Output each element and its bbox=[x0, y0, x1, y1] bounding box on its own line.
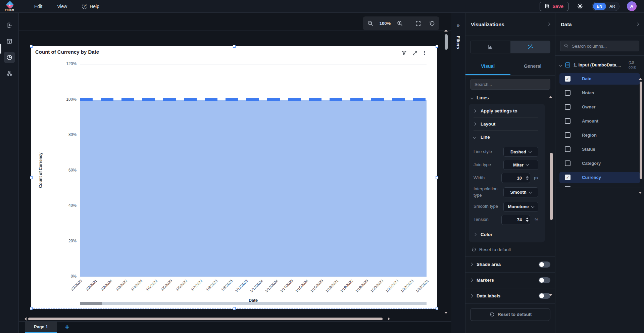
column-item-amount[interactable]: Amount bbox=[559, 115, 640, 127]
tension-stepper[interactable] bbox=[524, 215, 530, 225]
format-mode-button[interactable] bbox=[510, 41, 550, 53]
width-value[interactable] bbox=[502, 176, 524, 181]
section-markers[interactable]: Markers bbox=[465, 272, 555, 288]
resize-handle-w[interactable] bbox=[30, 176, 33, 179]
checkbox[interactable]: ✓ bbox=[565, 76, 571, 82]
reset-to-default-button[interactable]: Reset to default bbox=[470, 308, 550, 321]
search-columns-input[interactable] bbox=[560, 41, 639, 51]
section-lines[interactable]: Lines bbox=[465, 92, 555, 104]
filters-expand-icon[interactable]: » bbox=[457, 22, 459, 28]
resize-handle-se[interactable] bbox=[436, 307, 438, 310]
page-tab-1[interactable]: Page 1 bbox=[25, 322, 57, 333]
canvas-horizontal-scrollbar[interactable] bbox=[19, 317, 451, 321]
tab-general[interactable]: General bbox=[510, 58, 555, 75]
scroll-up-arrow[interactable] bbox=[444, 30, 448, 32]
group-apply-settings-to[interactable]: Apply settings to bbox=[474, 104, 538, 117]
canvas-hscroll-thumb[interactable] bbox=[28, 318, 383, 320]
group-line[interactable]: Line bbox=[474, 131, 538, 144]
width-input[interactable] bbox=[501, 173, 530, 183]
tab-visual[interactable]: Visual bbox=[465, 58, 510, 75]
checkbox[interactable] bbox=[565, 160, 571, 166]
smooth-type-select[interactable]: Monotone bbox=[503, 202, 538, 212]
reset-lines-link[interactable]: Reset to default bbox=[465, 242, 555, 256]
data-scroll-up-arrow[interactable] bbox=[639, 78, 642, 80]
menu-edit[interactable]: Edit bbox=[34, 4, 42, 9]
lang-en-option[interactable]: EN bbox=[593, 3, 606, 10]
data-scroll-down-arrow[interactable] bbox=[639, 192, 642, 194]
resize-handle-ne[interactable] bbox=[436, 45, 438, 48]
column-item-notes[interactable]: Notes bbox=[559, 87, 640, 99]
chart-widget[interactable]: Count of Currency by Date ⋮ bbox=[31, 46, 437, 309]
zoom-out-icon[interactable] bbox=[366, 19, 375, 28]
resize-handle-sw[interactable] bbox=[30, 307, 33, 310]
resize-handle-nw[interactable] bbox=[30, 45, 33, 48]
section-data-labels[interactable]: Data labels bbox=[465, 288, 555, 304]
group-color[interactable]: Color bbox=[474, 228, 538, 241]
interpolation-type-select[interactable]: Smooth bbox=[503, 187, 538, 197]
shade-area-toggle[interactable] bbox=[539, 261, 550, 268]
chart-scrollbar-thumb[interactable] bbox=[80, 302, 102, 305]
viz-scroll-down-arrow[interactable] bbox=[549, 294, 552, 296]
section-shade-area[interactable]: Shade area bbox=[465, 256, 555, 272]
lang-ar-option[interactable]: AR bbox=[606, 3, 618, 10]
widget-more-options-icon[interactable]: ⋮ bbox=[422, 50, 427, 56]
tension-value[interactable] bbox=[502, 217, 524, 222]
resize-handle-e[interactable] bbox=[436, 176, 438, 179]
avatar[interactable]: A bbox=[627, 1, 637, 11]
line-style-select[interactable]: Dashed bbox=[503, 147, 538, 157]
reset-view-icon[interactable] bbox=[427, 19, 436, 28]
resize-handle-s[interactable] bbox=[233, 307, 236, 310]
layout-panel-icon[interactable] bbox=[4, 36, 15, 47]
viz-scrollbar-thumb[interactable] bbox=[550, 153, 553, 220]
widget-expand-icon[interactable] bbox=[411, 50, 418, 56]
tension-input[interactable] bbox=[501, 215, 530, 225]
canvas-vertical-scrollbar[interactable] bbox=[444, 32, 448, 312]
markers-toggle[interactable] bbox=[539, 277, 550, 283]
collapse-data-panel-icon[interactable] bbox=[636, 22, 639, 26]
checkbox[interactable]: ✓ bbox=[565, 175, 571, 180]
app-logo[interactable]: PRISM bbox=[0, 2, 19, 11]
language-toggle[interactable]: EN AR bbox=[592, 2, 620, 11]
scroll-left-arrow[interactable] bbox=[23, 317, 27, 321]
column-item-region[interactable]: Region bbox=[559, 130, 640, 141]
column-item-currency[interactable]: ✓Currency bbox=[559, 172, 640, 183]
data-scrollbar-thumb[interactable] bbox=[640, 82, 642, 179]
scroll-down-arrow[interactable] bbox=[444, 312, 448, 314]
viz-scroll-up-arrow[interactable] bbox=[549, 96, 552, 98]
menu-help[interactable]: ? Help bbox=[82, 4, 99, 9]
menu-view[interactable]: View bbox=[57, 4, 67, 9]
data-source-row[interactable]: 1. Input (DumboData.... (10 cols) bbox=[555, 56, 644, 73]
scroll-right-arrow[interactable] bbox=[388, 317, 392, 321]
data-labels-toggle[interactable] bbox=[539, 293, 550, 299]
save-button[interactable]: Save bbox=[540, 2, 568, 11]
charts-tool-icon[interactable] bbox=[4, 52, 15, 63]
width-stepper[interactable] bbox=[524, 173, 530, 183]
widget-filter-icon[interactable] bbox=[401, 50, 407, 56]
checkbox[interactable] bbox=[565, 118, 571, 124]
checkbox[interactable] bbox=[565, 90, 571, 96]
exit-editor-icon[interactable] bbox=[4, 19, 15, 31]
checkbox[interactable] bbox=[565, 146, 571, 152]
column-item-category[interactable]: Category bbox=[559, 158, 640, 169]
group-layout[interactable]: Layout bbox=[474, 117, 538, 131]
canvas-vscroll-thumb[interactable] bbox=[445, 34, 448, 50]
resize-handle-n[interactable] bbox=[233, 45, 236, 48]
canvas-content[interactable]: 100% bbox=[19, 13, 451, 317]
column-item-date[interactable]: ✓Date bbox=[559, 73, 640, 85]
theme-toggle-sun-icon[interactable] bbox=[576, 2, 585, 11]
source-expand-icon[interactable] bbox=[559, 63, 562, 66]
viz-search-input[interactable] bbox=[470, 79, 550, 90]
filters-collapsed-panel[interactable]: » Filters bbox=[451, 13, 465, 333]
join-type-select[interactable]: Miter bbox=[503, 160, 538, 170]
chart-type-mode-button[interactable] bbox=[470, 41, 510, 53]
column-item-owner[interactable]: Owner bbox=[559, 101, 640, 113]
fit-to-screen-icon[interactable] bbox=[414, 19, 423, 28]
checkbox[interactable] bbox=[565, 104, 571, 110]
zoom-in-icon[interactable] bbox=[395, 19, 404, 28]
hierarchy-tool-icon[interactable] bbox=[4, 68, 15, 79]
add-page-button[interactable]: + bbox=[57, 322, 77, 333]
chart-horizontal-scrollbar[interactable] bbox=[80, 302, 427, 305]
column-item-status[interactable]: Status bbox=[559, 144, 640, 155]
collapse-panel-icon[interactable] bbox=[547, 22, 550, 26]
checkbox[interactable] bbox=[565, 132, 571, 138]
